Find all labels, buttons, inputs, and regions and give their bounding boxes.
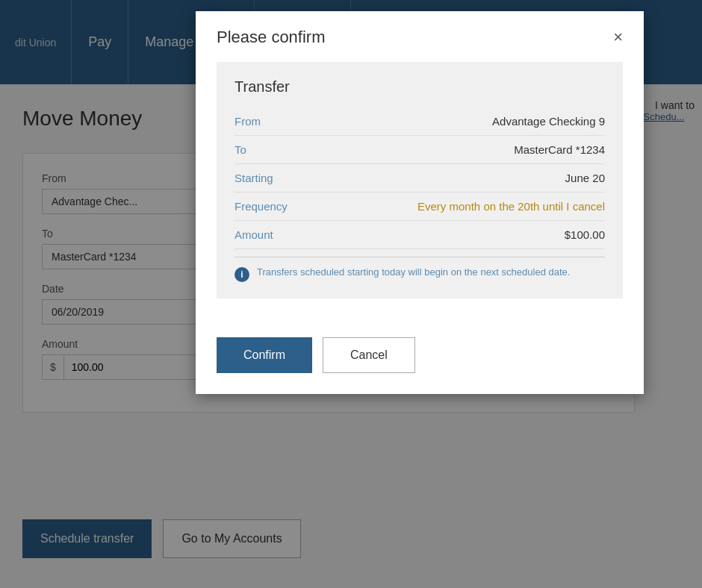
transfer-summary-box: Transfer From Advantage Checking 9 To Ma… [217,62,623,298]
starting-row-value: June 20 [565,172,605,184]
modal-title: Please confirm [217,28,326,47]
frequency-row-label: Frequency [234,200,288,213]
transfer-frequency-row: Frequency Every month on the 20th until … [234,193,605,221]
from-row-label: From [234,115,261,128]
amount-row-label: Amount [234,228,273,241]
modal-body: Transfer From Advantage Checking 9 To Ma… [196,54,644,331]
transfer-from-row: From Advantage Checking 9 [234,107,605,136]
info-text: Transfers scheduled starting today will … [257,266,570,278]
info-box: i Transfers scheduled starting today wil… [234,257,605,282]
confirm-button[interactable]: Confirm [217,337,312,373]
to-row-label: To [234,143,246,156]
transfer-amount-row: Amount $100.00 [234,221,605,249]
amount-row-value: $100.00 [565,228,605,241]
modal-close-button[interactable]: × [613,29,623,46]
transfer-to-row: To MasterCard *1234 [234,136,605,164]
modal-footer: Confirm Cancel [196,331,644,394]
transfer-starting-row: Starting June 20 [234,164,605,193]
transfer-section-title: Transfer [234,78,605,96]
info-icon: i [234,267,249,282]
confirm-modal: Please confirm × Transfer From Advantage… [196,11,644,394]
from-row-value: Advantage Checking 9 [492,115,605,128]
to-row-value: MasterCard *1234 [514,143,605,156]
cancel-button[interactable]: Cancel [323,337,415,373]
frequency-row-value: Every month on the 20th until I cancel [417,200,605,213]
modal-header: Please confirm × [196,11,644,54]
starting-row-label: Starting [234,172,273,184]
